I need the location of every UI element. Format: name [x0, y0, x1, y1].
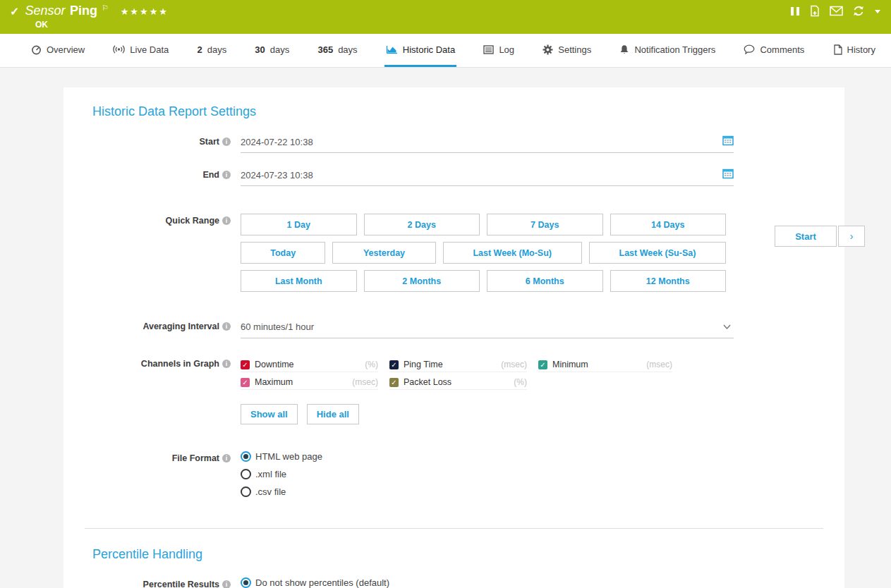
- end-datetime-field[interactable]: 2024-07-23 10:38: [241, 168, 734, 186]
- quick-range-7-days[interactable]: 7 Days: [487, 214, 603, 235]
- tab-365-days[interactable]: 365 days: [316, 34, 358, 67]
- tab-notification-triggers[interactable]: Notification Triggers: [618, 34, 717, 67]
- form-row-averaging-interval: Averaging Interval 60 minutes/1 hour: [92, 319, 823, 338]
- radio-unselected-icon[interactable]: [241, 469, 251, 479]
- percentile-results-label: Percentile Results: [143, 580, 219, 588]
- checkbox-checked-icon[interactable]: [389, 378, 399, 387]
- info-icon[interactable]: [222, 171, 231, 179]
- section-title-historic-report: Historic Data Report Settings: [92, 104, 823, 119]
- checkbox-checked-icon[interactable]: [241, 360, 250, 369]
- quick-range-6-months[interactable]: 6 Months: [487, 270, 603, 292]
- info-icon[interactable]: [222, 216, 231, 225]
- quick-range-last-week-su-sa[interactable]: Last Week (Su-Sa): [589, 242, 726, 264]
- quick-range-today[interactable]: Today: [241, 242, 325, 264]
- tab-live-data[interactable]: Live Data: [111, 34, 170, 67]
- sensor-kind-label: Sensor: [25, 4, 65, 18]
- quick-range-label: Quick Range: [166, 216, 219, 226]
- form-row-quick-range: Quick Range 1 Day 2 Days 7 Days 14 Days …: [92, 214, 823, 298]
- section-divider: [85, 528, 823, 529]
- radio-no-percentiles[interactable]: Do not show percentiles (default): [241, 577, 734, 588]
- quick-range-2-months[interactable]: 2 Months: [364, 270, 480, 292]
- tab-2-days[interactable]: 2 days: [195, 34, 228, 67]
- channel-minimum[interactable]: Minimum (msec): [538, 360, 672, 372]
- checkbox-checked-icon[interactable]: [241, 378, 250, 387]
- tab-log[interactable]: Log: [482, 34, 516, 67]
- start-run-split-button: Start ›: [775, 226, 865, 247]
- hide-all-button[interactable]: Hide all: [307, 404, 359, 424]
- end-label: End: [202, 170, 219, 180]
- section-title-percentile: Percentile Handling: [92, 547, 823, 562]
- calendar-icon[interactable]: [722, 135, 734, 148]
- settings-card: Historic Data Report Settings Start 2024…: [63, 87, 844, 588]
- radio-xml-file[interactable]: .xml file: [241, 469, 734, 479]
- live-signal-icon: [113, 44, 125, 54]
- radio-selected-icon[interactable]: [241, 451, 251, 462]
- flag-icon[interactable]: ⚐: [102, 4, 109, 12]
- tab-bar: Overview Live Data 2 days 30 days 365 da…: [0, 34, 891, 68]
- pause-button[interactable]: [790, 6, 800, 17]
- form-row-file-format: File Format HTML web page .xml file .csv…: [92, 451, 823, 504]
- radio-html-web-page[interactable]: HTML web page: [241, 451, 734, 462]
- priority-stars[interactable]: ★★★★★: [121, 6, 169, 17]
- comment-bubble-icon: [744, 44, 755, 54]
- form-row-percentile-results: Percentile Results Do not show percentil…: [92, 577, 823, 588]
- channel-maximum[interactable]: Maximum (msec): [241, 377, 378, 390]
- start-report-button[interactable]: Start: [775, 226, 837, 247]
- form-row-end: End 2024-07-23 10:38: [92, 168, 823, 201]
- channel-ping-time[interactable]: Ping Time (msec): [389, 360, 527, 372]
- tab-historic-data[interactable]: Historic Data: [384, 34, 456, 67]
- tab-overview[interactable]: Overview: [30, 34, 86, 67]
- info-icon[interactable]: [222, 137, 231, 146]
- channel-downtime[interactable]: Downtime (%): [241, 360, 378, 372]
- info-icon[interactable]: [222, 454, 231, 463]
- channels-in-graph-label: Channels in Graph: [141, 359, 219, 369]
- log-list-icon: [483, 45, 494, 54]
- email-icon[interactable]: [830, 6, 843, 16]
- sensor-title: ✓ Sensor Ping ⚐ ★★★★★: [10, 4, 169, 18]
- gauge-icon: [31, 44, 42, 55]
- quick-range-last-week-mo-su[interactable]: Last Week (Mo-Su): [443, 242, 582, 264]
- bell-icon: [619, 44, 629, 55]
- sensor-header: ✓ Sensor Ping ⚐ ★★★★★ OK: [0, 0, 891, 34]
- form-row-channels: Channels in Graph Downtime (%) Ping Time…: [92, 357, 823, 424]
- area-chart-icon: [386, 44, 398, 54]
- add-report-icon[interactable]: [809, 5, 820, 17]
- radio-csv-file[interactable]: .csv file: [241, 486, 734, 497]
- start-label: Start: [200, 137, 219, 147]
- quick-range-14-days[interactable]: 14 Days: [610, 214, 727, 235]
- channel-packet-loss[interactable]: Packet Loss (%): [389, 377, 527, 390]
- tab-history[interactable]: History: [832, 34, 877, 67]
- history-page-icon: [833, 44, 842, 55]
- tab-30-days[interactable]: 30 days: [253, 34, 291, 67]
- start-report-chevron-button[interactable]: ›: [838, 226, 865, 247]
- info-icon[interactable]: [222, 360, 231, 368]
- quick-range-2-days[interactable]: 2 Days: [364, 214, 480, 235]
- info-icon[interactable]: [222, 580, 231, 588]
- quick-range-yesterday[interactable]: Yesterday: [332, 242, 435, 264]
- sensor-name: Ping: [70, 4, 97, 18]
- checkbox-checked-icon[interactable]: [389, 360, 399, 369]
- quick-range-last-month[interactable]: Last Month: [241, 270, 357, 292]
- quick-range-12-months[interactable]: 12 Months: [610, 270, 727, 292]
- gear-icon: [543, 44, 553, 55]
- averaging-interval-label: Averaging Interval: [143, 321, 219, 331]
- calendar-icon[interactable]: [722, 169, 734, 181]
- averaging-interval-select[interactable]: 60 minutes/1 hour: [241, 319, 734, 338]
- start-datetime-field[interactable]: 2024-07-22 10:38: [241, 135, 734, 153]
- status-badge: OK: [35, 20, 48, 30]
- tab-settings[interactable]: Settings: [541, 34, 593, 67]
- quick-range-1-day[interactable]: 1 Day: [241, 214, 357, 235]
- status-ok-check-icon: ✓: [10, 5, 19, 18]
- chevron-down-icon: [723, 324, 731, 329]
- form-row-start: Start 2024-07-22 10:38: [92, 135, 823, 168]
- radio-selected-icon[interactable]: [241, 577, 251, 588]
- file-format-label: File Format: [172, 453, 219, 463]
- more-dropdown-caret-icon[interactable]: [874, 8, 881, 14]
- show-all-button[interactable]: Show all: [241, 404, 298, 424]
- refresh-icon[interactable]: [852, 5, 865, 17]
- radio-unselected-icon[interactable]: [241, 486, 251, 497]
- tab-comments[interactable]: Comments: [742, 34, 806, 67]
- info-icon[interactable]: [222, 322, 231, 331]
- checkbox-checked-icon[interactable]: [538, 360, 547, 369]
